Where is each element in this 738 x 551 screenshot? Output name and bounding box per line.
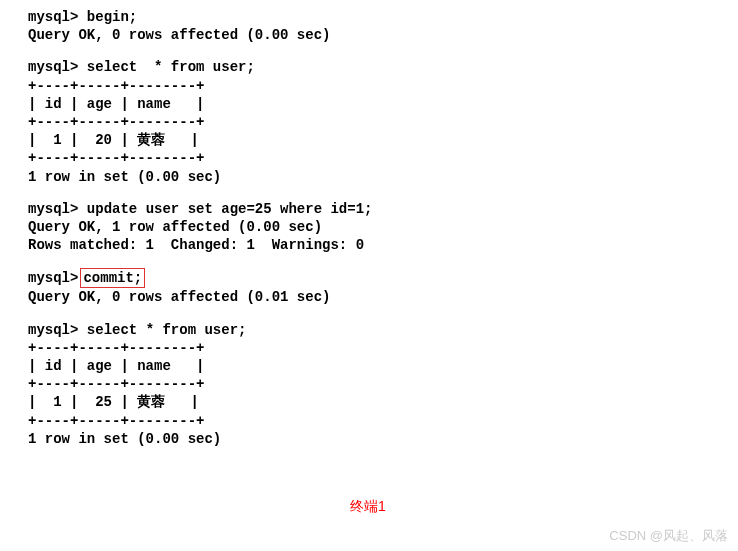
- mysql-terminal-output: mysql> begin; Query OK, 0 rows affected …: [0, 0, 738, 456]
- sql-select: select * from user;: [87, 59, 255, 75]
- mysql-prompt: mysql>: [28, 201, 78, 217]
- table-sep: +----+-----+--------+: [28, 375, 710, 393]
- mysql-prompt: mysql>: [28, 59, 78, 75]
- prompt-line: mysql> begin;: [28, 8, 710, 26]
- query-result: Query OK, 0 rows affected (0.01 sec): [28, 288, 710, 306]
- watermark-text: CSDN @风起、风落: [609, 527, 728, 545]
- query-result: Query OK, 1 row affected (0.00 sec): [28, 218, 710, 236]
- table-row: | 1 | 20 | 黄蓉 |: [28, 131, 710, 149]
- prompt-line: mysql> select * from user;: [28, 58, 710, 76]
- prompt-line: mysql> select * from user;: [28, 321, 710, 339]
- table-row: | 1 | 25 | 黄蓉 |: [28, 393, 710, 411]
- query-result: Query OK, 0 rows affected (0.00 sec): [28, 26, 710, 44]
- query-result: Rows matched: 1 Changed: 1 Warnings: 0: [28, 236, 710, 254]
- mysql-prompt: mysql>: [28, 270, 78, 286]
- terminal-label: 终端1: [350, 498, 386, 516]
- table-header: | id | age | name |: [28, 95, 710, 113]
- table-header: | id | age | name |: [28, 357, 710, 375]
- query-result: 1 row in set (0.00 sec): [28, 430, 710, 448]
- commit-highlight: commit;: [80, 268, 145, 288]
- mysql-prompt: mysql>: [28, 322, 78, 338]
- query-result: 1 row in set (0.00 sec): [28, 168, 710, 186]
- sql-update: update user set age=25 where id=1;: [87, 201, 373, 217]
- table-sep: +----+-----+--------+: [28, 113, 710, 131]
- table-sep: +----+-----+--------+: [28, 339, 710, 357]
- sql-select: select * from user;: [87, 322, 247, 338]
- sql-begin: begin;: [87, 9, 137, 25]
- prompt-line: mysql>commit;: [28, 268, 710, 288]
- table-sep: +----+-----+--------+: [28, 149, 710, 167]
- table-sep: +----+-----+--------+: [28, 77, 710, 95]
- prompt-line: mysql> update user set age=25 where id=1…: [28, 200, 710, 218]
- table-sep: +----+-----+--------+: [28, 412, 710, 430]
- mysql-prompt: mysql>: [28, 9, 78, 25]
